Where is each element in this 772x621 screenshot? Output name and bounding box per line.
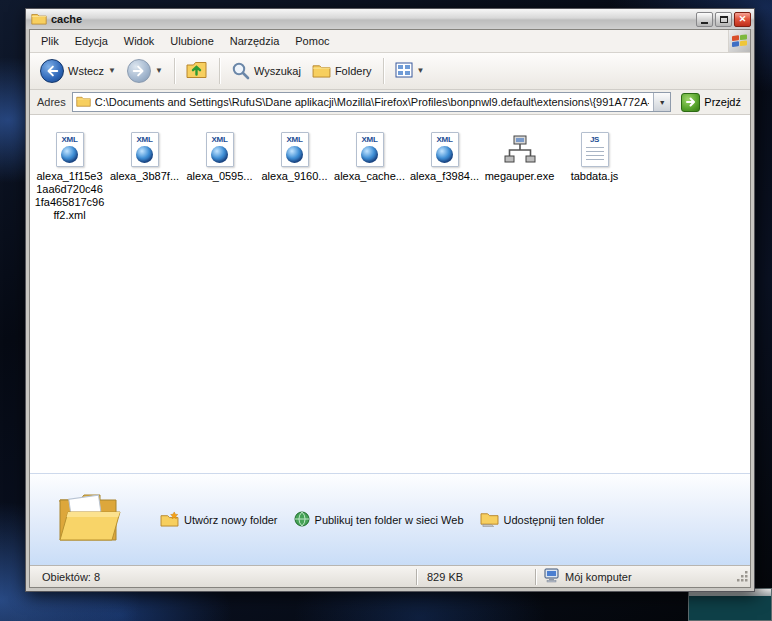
file-item[interactable]: XML alexa_cache... [332, 127, 407, 183]
xml-badge: XML [137, 135, 153, 144]
addressbar: Adres ▼ Przejdź [30, 90, 750, 115]
up-button[interactable] [182, 58, 212, 84]
xml-file-icon: XML [56, 132, 84, 167]
go-label: Przejdź [704, 96, 741, 108]
titlebar[interactable]: cache ✕ [26, 9, 754, 29]
menu-item-ulubione[interactable]: Ulubione [162, 32, 221, 50]
globe-icon [286, 146, 303, 163]
task-share-folder[interactable]: Udostępnij ten folder [480, 510, 605, 529]
address-folder-icon [76, 95, 91, 109]
forward-dropdown-icon[interactable]: ▼ [155, 67, 163, 75]
xml-badge: XML [437, 135, 453, 144]
task-publish-folder[interactable]: Publikuj ten folder w sieci Web [294, 511, 464, 529]
background-window [688, 588, 772, 621]
xml-file-icon: XML [206, 132, 234, 167]
file-list-area: XML alexa_1f15e3 1aa6d720c46 1fa465817c9… [30, 115, 750, 473]
exe-file-icon [504, 133, 536, 167]
file-item[interactable]: JS tabdata.js [557, 127, 632, 183]
status-location: Mój komputer [565, 571, 632, 583]
explorer-window: cache ✕ Plik Edycja Widok Ulubione Narzę… [25, 8, 755, 592]
search-label: Wyszukaj [254, 65, 301, 77]
xml-badge: XML [212, 135, 228, 144]
js-badge: JS [590, 135, 599, 144]
back-label: Wstecz [68, 65, 104, 77]
address-label: Adres [35, 96, 66, 108]
xml-badge: XML [362, 135, 378, 144]
folders-icon [312, 63, 331, 80]
up-folder-icon [186, 60, 208, 82]
views-dropdown-icon[interactable]: ▼ [417, 67, 425, 75]
menubar: Plik Edycja Widok Ulubione Narzędzia Pom… [30, 30, 750, 53]
go-icon [681, 93, 700, 112]
menu-item-edycja[interactable]: Edycja [67, 32, 116, 50]
task-label: Udostępnij ten folder [504, 514, 605, 526]
minimize-button[interactable] [696, 12, 713, 27]
task-create-folder[interactable]: Utwórz nowy folder [160, 511, 278, 529]
folder-tasks-panel: Utwórz nowy folder Publikuj ten folder w… [30, 473, 750, 565]
folders-button[interactable]: Foldery [308, 61, 376, 82]
views-icon [395, 62, 413, 80]
file-item[interactable]: XML alexa_1f15e3 1aa6d720c46 1fa465817c9… [32, 127, 107, 222]
file-label: alexa_f3984... [410, 170, 479, 183]
file-label: alexa_cache... [334, 170, 405, 183]
file-label: tabdata.js [571, 170, 619, 183]
file-label: alexa_1f15e3 1aa6d720c46 1fa465817c96 ff… [35, 170, 105, 222]
close-icon: ✕ [739, 15, 747, 24]
views-button[interactable]: ▼ [391, 60, 429, 82]
toolbar-separator [219, 58, 220, 84]
globe-icon [136, 146, 153, 163]
globe-icon [361, 146, 378, 163]
forward-button[interactable]: ▼ [123, 57, 167, 85]
open-folder-icon [56, 490, 122, 550]
xml-badge: XML [287, 135, 303, 144]
globe-icon [61, 146, 78, 163]
xml-file-icon: XML [281, 132, 309, 167]
file-label: megauper.exe [485, 170, 555, 183]
forward-icon [127, 59, 151, 83]
xml-file-icon: XML [356, 132, 384, 167]
file-item[interactable]: megauper.exe [482, 127, 557, 183]
menu-item-widok[interactable]: Widok [116, 32, 163, 50]
address-dropdown-button[interactable]: ▼ [653, 93, 670, 111]
window-title: cache [51, 13, 692, 25]
xml-file-icon: XML [431, 132, 459, 167]
address-input[interactable]: ▼ [72, 92, 672, 112]
task-label: Utwórz nowy folder [184, 514, 278, 526]
file-label: alexa_0595... [186, 170, 252, 183]
back-button[interactable]: Wstecz ▼ [36, 57, 120, 85]
statusbar: Obiektów: 8 829 KB Mój komputer [30, 565, 750, 587]
menu-item-pomoc[interactable]: Pomoc [287, 32, 337, 50]
menu-item-plik[interactable]: Plik [33, 32, 67, 50]
status-object-count: Obiektów: 8 [30, 571, 416, 583]
globe-icon [211, 146, 228, 163]
file-label: alexa_3b87f... [110, 170, 179, 183]
search-button[interactable]: Wyszukaj [227, 59, 305, 84]
address-input-field[interactable] [95, 96, 650, 108]
share-folder-icon [480, 510, 499, 529]
back-dropdown-icon[interactable]: ▼ [108, 67, 116, 75]
text-lines-icon [586, 147, 604, 161]
desktop: cache ✕ Plik Edycja Widok Ulubione Narzę… [0, 0, 772, 621]
chevron-down-icon: ▼ [659, 99, 666, 106]
folders-label: Foldery [335, 65, 372, 77]
xml-badge: XML [62, 135, 78, 144]
resize-grip[interactable] [736, 570, 749, 585]
window-folder-icon [31, 12, 47, 27]
file-item[interactable]: XML alexa_3b87f... [107, 127, 182, 183]
close-button[interactable]: ✕ [734, 12, 751, 27]
status-size: 829 KB [417, 571, 535, 583]
toolbar-separator [174, 58, 175, 84]
toolbar: Wstecz ▼ ▼ [30, 53, 750, 90]
back-icon [40, 59, 64, 83]
maximize-icon [720, 16, 728, 23]
publish-globe-icon [294, 511, 310, 529]
file-item[interactable]: XML alexa_0595... [182, 127, 257, 183]
go-button[interactable]: Przejdź [677, 93, 745, 112]
globe-icon [436, 146, 453, 163]
toolbar-separator [383, 58, 384, 84]
file-item[interactable]: XML alexa_9160... [257, 127, 332, 183]
js-file-icon: JS [581, 132, 609, 167]
file-item[interactable]: XML alexa_f3984... [407, 127, 482, 183]
menu-item-narzedzia[interactable]: Narzędzia [222, 32, 288, 50]
maximize-button[interactable] [715, 12, 732, 27]
